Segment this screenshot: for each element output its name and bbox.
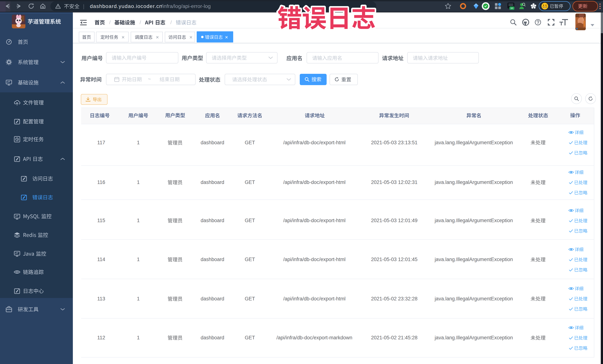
svg-text:on: on xyxy=(511,7,513,10)
